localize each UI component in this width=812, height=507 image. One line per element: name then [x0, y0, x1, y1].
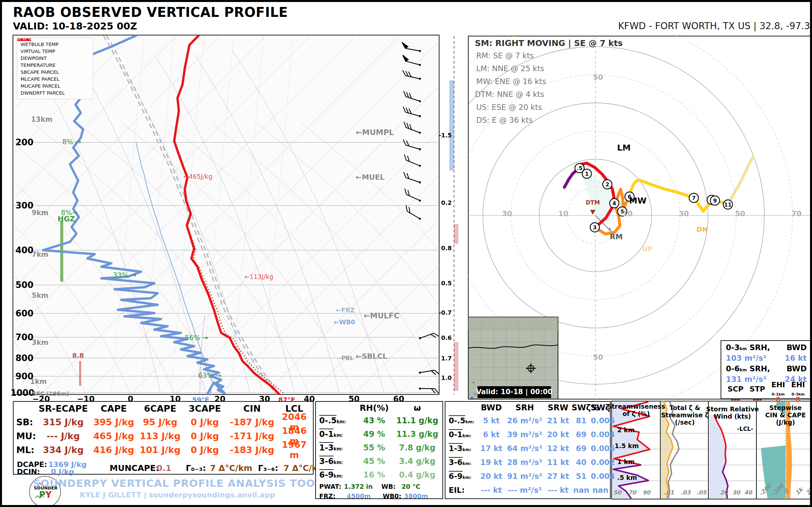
map-valid-label: Valid: 10-18 | 00:00 [476, 388, 553, 395]
omega-header: ω [394, 403, 441, 413]
svg-text:.5: .5 [576, 165, 582, 171]
srw-title: Storm RelativeWind (kts) [706, 406, 759, 420]
legend-label: VIRTUAL TEMP [20, 49, 55, 54]
ring-label: 50 [593, 353, 603, 361]
dn-label: DN [697, 226, 707, 233]
bwd-label: BWD [786, 343, 807, 352]
valid-time: VALID: 10-18-2025 00Z [13, 21, 137, 31]
dcape-bar [79, 361, 81, 386]
pressure-label: 500 [15, 281, 34, 290]
height-label: 13km [31, 116, 52, 123]
storm-motion-line: DS: E @ 36 kts [476, 116, 532, 124]
rh-header: RH(%) [354, 403, 394, 413]
lm-label: LM [617, 144, 631, 152]
pbl-label: -PBL [339, 355, 353, 361]
ring-label: 50 [735, 210, 746, 217]
wb-label: WB: [382, 483, 396, 490]
muncape-value: 0.1 [157, 464, 171, 472]
table-row: 6-9km: 16 % 0.4 g/kg [316, 468, 443, 482]
rh-annotation: 56% → [185, 334, 208, 342]
table-row: 1-3km: 55 % 7.8 g/kg [316, 441, 443, 454]
dcape-value-annotation: 8.8 [72, 352, 84, 359]
mulfc-label: ←MULFC [364, 312, 399, 320]
pressure-label: 600 [15, 309, 34, 318]
storm-motion-line: MW: ENE @ 16 kts [476, 77, 546, 86]
stp-header: STP [747, 385, 768, 393]
bwd-label: BWD [786, 364, 807, 373]
pressure-label: 700 [15, 333, 34, 342]
mini-y-label: 1.5 km [615, 443, 639, 449]
table-row: MU: --- J/kg 465 J/kg 113 J/kg 0 J/kg -1… [13, 429, 313, 443]
omega-tick: 1.7 [441, 355, 452, 362]
wb0-value: 3800m [404, 493, 428, 500]
cin-cape-title: StepwiseCIN & CAPE(J/kg) [765, 404, 806, 426]
height-label: 9km [32, 209, 48, 216]
col-header: CIN [227, 403, 277, 414]
pressure-label: 300 [15, 201, 34, 210]
ring-label: 70 [792, 210, 802, 217]
col-header: 6CAPE [138, 403, 183, 414]
mini-x-tick: .01 [664, 490, 674, 496]
height-label: 3km [32, 339, 48, 346]
mini-x-tick: .05 [697, 490, 706, 496]
omega-up-bar [450, 81, 454, 170]
pwat-label: PWAT: [319, 483, 342, 490]
ehi2-header: EHI0–3km [788, 381, 808, 397]
mini-x-tick: 70 [628, 490, 636, 496]
rh-annotation: 8% → [62, 138, 82, 146]
ring-label: 10 [622, 210, 633, 217]
scp-value: --- [724, 395, 747, 404]
mini-y-label: 2 km [617, 427, 635, 434]
legend-item: VIRTUAL TEMP [20, 48, 89, 55]
mw-label: MW [629, 196, 647, 205]
bwd-header: BWD [478, 403, 505, 412]
swz-pct-header: SWζ% [571, 403, 591, 412]
frz-value: 4500m [347, 493, 371, 500]
pwat-value: 1.372 in [344, 483, 373, 490]
legend-label: MUCAPE PARCEL [20, 83, 60, 89]
storm-motion-header: SM: RIGHT MOVING | SE @ 7 kts [475, 39, 622, 48]
dcape-value: 1369 J/kg [48, 461, 87, 468]
srh-header: SRH [505, 403, 545, 412]
sbcape-annotation: ←113J/kg [244, 274, 273, 280]
legend-item: MLCAPE PARCEL [20, 75, 89, 82]
srh-range-label: 0-3km SRH, [726, 343, 770, 352]
srh-0-3-value: 103 m²/s² [726, 354, 766, 362]
muel-label: ←MUEL [356, 173, 385, 181]
rm-label: RM [610, 233, 623, 241]
table-row: 0-.5km: 5 kt 26 m²/s² 21 kt 81 0.005 [445, 414, 610, 428]
frz-label: ←FRZ [336, 307, 355, 314]
ehi-0-1-value: 0 [768, 395, 788, 404]
storm-motion-line: RM: SE @ 7 kts [476, 52, 534, 60]
table-row: SB: 315 J/kg 395 J/kg 95 J/kg 0 J/kg -18… [13, 415, 313, 429]
ring-label: 30 [502, 210, 512, 217]
table-row: EIL: --- kt --- m²/s² --- kt nan nan [445, 483, 610, 497]
table-row: 0-1km: 49 % 11.3 g/kg [316, 427, 443, 441]
legend-label: SBCAPE PARCEL [20, 69, 59, 75]
legend-label: WETBULB TEMP [20, 42, 59, 47]
svg-text:1: 1 [585, 171, 589, 177]
omega-tick: -1.5 [439, 132, 452, 139]
up-label: UP [643, 245, 653, 252]
mini-y-label: .5 km [617, 474, 637, 481]
legend-item: DWNDRFT PARCEL [20, 89, 89, 96]
svg-text:3: 3 [593, 224, 596, 231]
table-row: 1-3km: 17 kt 64 m²/s² 12 kt 69 0.006 [445, 442, 610, 455]
mini-x-tick: .03 [680, 490, 691, 496]
svg-text:7: 7 [692, 195, 696, 201]
stp-value: --- [747, 395, 768, 404]
ring-label: 50 [593, 73, 603, 81]
pressure-label: 800 [15, 354, 34, 363]
height-label: 1km [30, 378, 47, 385]
sblcl-label: ←SBLCL [356, 352, 387, 360]
moisture-table: RH(%) ω 0-.5km: 43 % 11.1 g/kg 0-1km: 49… [315, 401, 443, 499]
pressure-label: 400 [15, 246, 34, 255]
map-inset [468, 317, 558, 399]
lcl-marker-label: -LCL- [737, 426, 753, 432]
thermo-table: SR-ECAPE CAPE 6CAPE 3CAPE CIN LCL SB: 31… [13, 401, 314, 474]
col-header: SR-ECAPE [37, 403, 90, 414]
hgz-label: HGZ [58, 215, 75, 223]
streamwiseness-title: Streamwisenessof ζ (%) [607, 403, 665, 418]
omega-tick: 0.8 [441, 245, 452, 251]
svg-text:2: 2 [605, 181, 609, 188]
